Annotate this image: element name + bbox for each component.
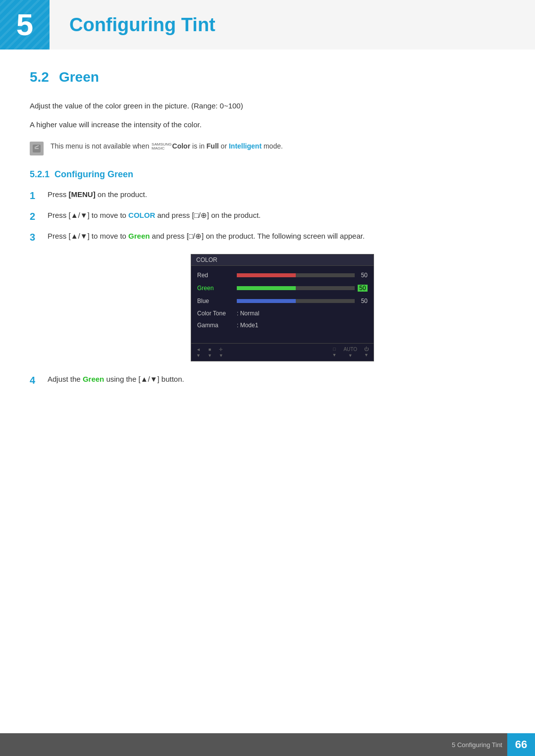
color-bar-red-container: 50 — [237, 272, 368, 279]
step-3-text: Press [▲/▼] to move to Green and press [… — [48, 230, 365, 242]
monitor-container: COLOR Red 50 Green — [59, 254, 505, 361]
color-value-gamma: : Mode1 — [237, 322, 258, 329]
monitor-screen: COLOR Red 50 Green — [191, 254, 374, 361]
note-text: This menu is not available when SAMSUNGM… — [51, 141, 283, 151]
footer-icon-minus: ■ ▼ — [208, 347, 212, 358]
page-footer: 5 Configuring Tint 66 — [0, 733, 535, 756]
chapter-title: Configuring Tint — [69, 14, 215, 36]
chapter-title-area: Configuring Tint — [50, 0, 535, 50]
description-2: A higher value will increase the intensi… — [30, 119, 505, 131]
step-1-text: Press [MENU] on the product. — [48, 189, 147, 201]
color-bar-green-container: 50 — [237, 285, 368, 292]
monitor-header-label: COLOR — [191, 254, 374, 266]
color-bar-red-track — [237, 273, 355, 277]
note-icon — [30, 142, 44, 155]
monitor-footer: ◄ ▼ ■ ▼ ✛ ▼ □ ▼ — [191, 343, 374, 361]
step-3-num: 3 — [30, 230, 41, 244]
color-row-red: Red 50 — [197, 270, 368, 281]
section-number: 5.2 — [30, 69, 49, 85]
page-header: 5 Configuring Tint — [0, 0, 535, 50]
step-1-num: 1 — [30, 189, 41, 202]
section-heading: 5.2Green — [30, 69, 505, 85]
footer-icon-screen: □ ▼ — [332, 347, 336, 358]
color-label-green: Green — [197, 285, 237, 292]
step-4: 4 Adjust the Green using the [▲/▼] butto… — [30, 373, 505, 387]
footer-icon-power: ⏻ ▼ — [364, 347, 369, 358]
step-2: 2 Press [▲/▼] to move to COLOR and press… — [30, 209, 505, 223]
description-1: Adjust the value of the color green in t… — [30, 100, 505, 112]
footer-icon-auto: AUTO ▼ — [343, 347, 357, 358]
monitor-body: Red 50 Green 50 — [191, 266, 374, 343]
main-content: 5.2Green Adjust the value of the color g… — [0, 69, 535, 427]
color-row-blue: Blue 50 — [197, 296, 368, 306]
chapter-number: 5 — [16, 9, 33, 40]
step-2-num: 2 — [30, 209, 41, 223]
footer-icon-left: ◄ ▼ — [196, 347, 201, 358]
color-label-gamma: Gamma — [197, 322, 237, 329]
footer-right-icons: □ ▼ AUTO ▼ ⏻ ▼ — [332, 347, 369, 358]
step-4-text: Adjust the Green using the [▲/▼] button. — [48, 373, 184, 385]
color-value-green: 50 — [358, 285, 368, 292]
color-bar-green-fill — [237, 286, 296, 290]
color-bar-blue-track — [237, 299, 355, 303]
color-row-gamma: Gamma : Mode1 — [197, 320, 368, 330]
color-bar-green-track — [237, 286, 355, 290]
footer-icon-plus: ✛ ▼ — [219, 347, 223, 358]
color-bar-blue-fill — [237, 299, 296, 303]
chapter-number-box: 5 — [0, 0, 50, 50]
footer-chapter-label: 5 Configuring Tint — [452, 741, 507, 749]
note-box: This menu is not available when SAMSUNGM… — [30, 141, 505, 155]
footer-left-icons: ◄ ▼ ■ ▼ ✛ ▼ — [196, 347, 223, 358]
section-title: Green — [59, 69, 99, 85]
step-1: 1 Press [MENU] on the product. — [30, 189, 505, 202]
subsection-number: 5.2.1 — [30, 169, 50, 179]
color-value-red: 50 — [358, 272, 368, 279]
subsection-title: Configuring Green — [54, 169, 133, 179]
steps-list: 1 Press [MENU] on the product. 2 Press [… — [30, 189, 505, 244]
color-label-red: Red — [197, 272, 237, 279]
color-bar-red-fill — [237, 273, 296, 277]
color-label-blue: Blue — [197, 298, 237, 304]
color-label-colortone: Color Tone — [197, 310, 237, 317]
color-value-blue: 50 — [358, 298, 368, 304]
color-row-green: Green 50 — [197, 283, 368, 294]
subsection-heading: 5.2.1 Configuring Green — [30, 169, 505, 180]
footer-page-number: 66 — [507, 733, 535, 756]
step-2-text: Press [▲/▼] to move to COLOR and press [… — [48, 209, 261, 221]
color-bar-blue-container: 50 — [237, 298, 368, 304]
color-value-colortone: : Normal — [237, 310, 259, 317]
step-3: 3 Press [▲/▼] to move to Green and press… — [30, 230, 505, 244]
color-row-colortone: Color Tone : Normal — [197, 308, 368, 318]
step-4-num: 4 — [30, 373, 41, 387]
